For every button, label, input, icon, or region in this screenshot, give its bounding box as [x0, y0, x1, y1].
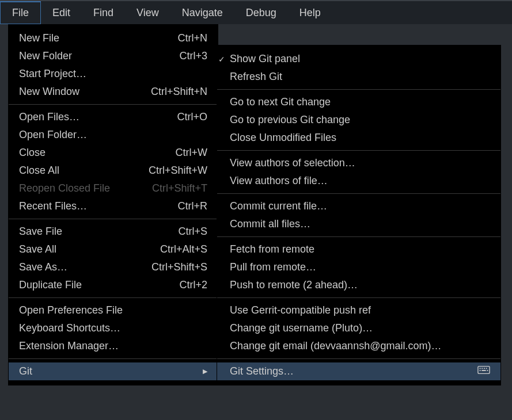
menu-item-shortcut: Ctrl+Shift+W — [149, 165, 207, 177]
menu-separator — [217, 358, 500, 359]
menu-item-commit-current-file[interactable]: Commit current file… — [217, 197, 500, 215]
menubar-view[interactable]: View — [125, 1, 170, 24]
submenu-arrow-icon: ▶ — [203, 368, 207, 375]
menu-item-save-as[interactable]: Save As…Ctrl+Shift+S — [9, 258, 218, 276]
svg-rect-5 — [480, 370, 481, 371]
menu-separator — [9, 358, 218, 359]
menu-item-label: Close — [19, 147, 162, 159]
main-area: New FileCtrl+NNew FolderCtrl+3Start Proj… — [0, 24, 512, 420]
menubar-navigate[interactable]: Navigate — [170, 1, 234, 24]
menu-item-go-to-next-git-change[interactable]: Go to next Git change — [217, 93, 500, 111]
menu-item-label: New Folder — [19, 50, 165, 62]
menu-item-open-preferences-file[interactable]: Open Preferences File — [9, 301, 218, 319]
menu-item-shortcut: Ctrl+O — [177, 111, 207, 123]
menu-item-refresh-git[interactable]: Refresh Git — [217, 68, 500, 86]
menubar-find[interactable]: Find — [82, 1, 125, 24]
menu-item-label: View authors of file… — [230, 175, 490, 187]
svg-rect-2 — [481, 368, 483, 369]
svg-rect-1 — [480, 368, 481, 369]
menu-item-label: Change git email (devvaannsh@gmail.com)… — [230, 340, 490, 352]
menu-item-label: Go to previous Git change — [230, 114, 490, 126]
menu-item-open-files[interactable]: Open Files…Ctrl+O — [9, 108, 218, 126]
menu-item-label: Start Project… — [19, 68, 207, 80]
menu-item-label: Open Folder… — [19, 129, 207, 141]
menu-item-shortcut: Ctrl+3 — [179, 50, 207, 62]
menu-item-git-settings[interactable]: Git Settings… — [217, 362, 500, 380]
menu-item-change-git-username-pluto[interactable]: Change git username (Pluto)… — [217, 319, 500, 337]
menubar-debug[interactable]: Debug — [234, 1, 288, 24]
menu-separator — [9, 104, 218, 105]
menu-item-show-git-panel[interactable]: ✓Show Git panel — [217, 50, 500, 68]
menu-item-label: Commit all files… — [230, 218, 490, 230]
menu-item-label: New Window — [19, 86, 137, 98]
menu-item-use-gerrit-compatible-push-ref[interactable]: Use Gerrit-compatible push ref — [217, 301, 500, 319]
menu-separator — [9, 219, 218, 219]
menu-item-shortcut: Ctrl+Alt+S — [160, 243, 207, 255]
menu-separator — [217, 236, 500, 237]
menu-item-label: Fetch from remote — [230, 243, 490, 255]
menu-item-label: Change git username (Pluto)… — [230, 322, 490, 334]
menu-item-label: Push to remote (2 ahead)… — [230, 279, 490, 291]
svg-rect-7 — [487, 370, 488, 371]
menu-item-label: Save As… — [19, 261, 138, 273]
menu-item-duplicate-file[interactable]: Duplicate FileCtrl+2 — [9, 276, 218, 294]
menubar-help[interactable]: Help — [288, 1, 332, 24]
menu-item-change-git-email-devvaannsh-gmail-com[interactable]: Change git email (devvaannsh@gmail.com)… — [217, 337, 500, 355]
check-icon: ✓ — [218, 55, 225, 64]
menu-item-reopen-closed-file: Reopen Closed FileCtrl+Shift+T — [9, 180, 218, 197]
menu-item-label: Refresh Git — [230, 71, 490, 83]
menu-item-label: Git Settings… — [230, 365, 490, 377]
menu-item-shortcut: Ctrl+Shift+T — [152, 182, 207, 194]
menu-item-label: Use Gerrit-compatible push ref — [230, 304, 490, 316]
menu-item-label: Open Files… — [19, 111, 163, 123]
menu-item-fetch-from-remote[interactable]: Fetch from remote — [217, 240, 500, 258]
menu-item-shortcut: Ctrl+N — [177, 32, 207, 44]
menu-item-pull-from-remote[interactable]: Pull from remote… — [217, 258, 500, 276]
menu-item-commit-all-files[interactable]: Commit all files… — [217, 215, 500, 233]
menu-item-label: Reopen Closed File — [19, 182, 138, 194]
menu-item-new-window[interactable]: New WindowCtrl+Shift+N — [9, 83, 218, 101]
menu-item-shortcut: Ctrl+2 — [179, 279, 207, 291]
menu-separator — [217, 89, 500, 90]
menu-item-label: Commit current file… — [230, 200, 490, 212]
menu-item-label: Save File — [19, 226, 164, 238]
menu-item-extension-manager[interactable]: Extension Manager… — [9, 337, 218, 355]
menu-item-close-all[interactable]: Close AllCtrl+Shift+W — [9, 162, 218, 180]
menu-item-label: Extension Manager… — [19, 340, 207, 352]
menu-item-view-authors-of-selection[interactable]: View authors of selection… — [217, 154, 500, 172]
menu-item-label: Save All — [19, 243, 146, 255]
menu-item-shortcut: Ctrl+W — [176, 147, 208, 159]
menu-item-save-file[interactable]: Save FileCtrl+S — [9, 223, 218, 240]
menu-item-label: Duplicate File — [19, 279, 165, 291]
menu-item-close[interactable]: CloseCtrl+W — [9, 144, 218, 162]
menubar-file[interactable]: File — [0, 1, 41, 24]
menu-item-shortcut: Ctrl+S — [178, 226, 207, 238]
file-dropdown-menu: New FileCtrl+NNew FolderCtrl+3Start Proj… — [8, 24, 218, 385]
keyboard-icon — [477, 365, 490, 377]
menu-separator — [217, 150, 500, 151]
menu-item-recent-files[interactable]: Recent Files…Ctrl+R — [9, 197, 218, 215]
menu-item-keyboard-shortcuts[interactable]: Keyboard Shortcuts… — [9, 319, 218, 337]
menu-item-save-all[interactable]: Save AllCtrl+Alt+S — [9, 240, 218, 258]
menu-item-git[interactable]: Git▶ — [9, 362, 218, 380]
svg-rect-4 — [486, 368, 487, 369]
menu-item-label: Close All — [19, 165, 135, 177]
menu-item-new-file[interactable]: New FileCtrl+N — [9, 29, 218, 47]
menu-separator — [217, 193, 500, 194]
menu-item-label: Close Unmodified Files — [230, 132, 490, 144]
menubar-edit[interactable]: Edit — [41, 1, 82, 24]
menu-item-shortcut: Ctrl+Shift+N — [151, 86, 207, 98]
menu-separator — [9, 297, 218, 298]
menu-item-push-to-remote-2-ahead[interactable]: Push to remote (2 ahead)… — [217, 276, 500, 294]
menu-item-label: Open Preferences File — [19, 304, 207, 316]
menu-item-go-to-previous-git-change[interactable]: Go to previous Git change — [217, 111, 500, 129]
menu-item-label: New File — [19, 32, 164, 44]
menu-item-view-authors-of-file[interactable]: View authors of file… — [217, 172, 500, 190]
menu-item-open-folder[interactable]: Open Folder… — [9, 126, 218, 144]
svg-rect-3 — [484, 368, 485, 369]
menu-item-shortcut: Ctrl+Shift+S — [151, 261, 207, 273]
menu-item-close-unmodified-files[interactable]: Close Unmodified Files — [217, 129, 500, 147]
menu-item-start-project[interactable]: Start Project… — [9, 65, 218, 83]
menu-item-new-folder[interactable]: New FolderCtrl+3 — [9, 47, 218, 65]
menu-item-shortcut: Ctrl+R — [177, 200, 207, 212]
